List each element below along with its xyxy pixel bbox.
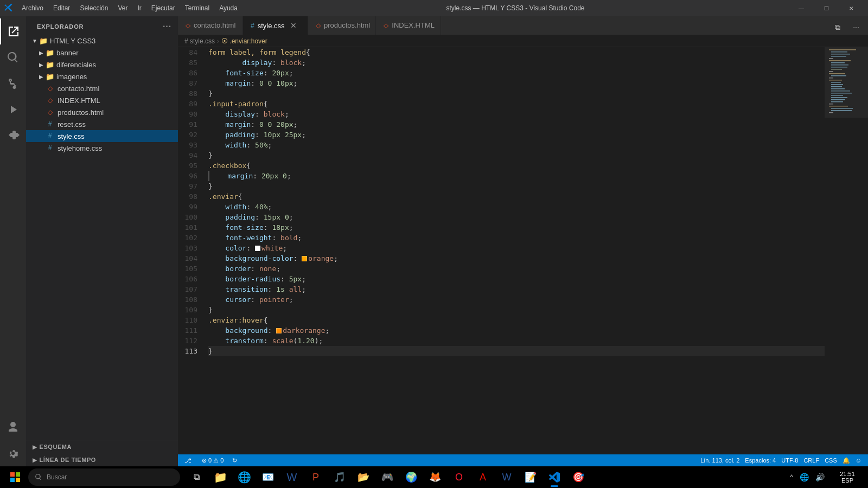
status-errors[interactable]: ⊗ 0 ⚠ 0 — [200, 454, 226, 466]
tab-label: contacto.html — [194, 21, 235, 29]
tab-html-icon: ◇ — [316, 22, 321, 29]
tabs-bar: ◇ contacto.html # style.css ✕ ◇ producto… — [178, 16, 868, 35]
code-editor: 84 85 86 87 88 89 90 91 92 93 94 95 96 9… — [178, 47, 868, 454]
taskbar-app-xbox[interactable]: 🎮 — [375, 466, 399, 488]
line-num: 85 — [178, 57, 206, 68]
code-content[interactable]: form label, form legend{ ···· display: b… — [206, 47, 825, 454]
file-name: INDEX.HTML — [58, 97, 100, 105]
status-language[interactable]: CSS — [822, 454, 839, 466]
line-num: 92 — [178, 130, 206, 140]
status-notifications[interactable]: 🔔 — [840, 454, 852, 466]
status-eol[interactable]: CRLF — [801, 454, 821, 466]
line-num: 93 — [178, 140, 206, 150]
activity-source-control[interactable] — [0, 70, 26, 97]
file-stylehome-css[interactable]: # stylehome.css — [26, 142, 178, 154]
section-linea-de-tiempo[interactable]: ▶ LÍNEA DE TIEMPO — [26, 453, 178, 466]
tab-close-button[interactable]: ✕ — [290, 21, 297, 30]
file-index-html[interactable]: ◇ INDEX.HTML — [26, 94, 178, 106]
menu-editar[interactable]: Editar — [49, 3, 74, 13]
css-file-icon: # — [46, 144, 54, 152]
taskbar-app-opera[interactable]: O — [447, 466, 471, 488]
menu-ir[interactable]: Ir — [133, 3, 145, 13]
split-editor-button[interactable]: ⧉ — [830, 20, 845, 35]
status-position[interactable]: Lín. 113, col. 2 — [698, 454, 742, 466]
file-reset-css[interactable]: # reset.css — [26, 118, 178, 130]
activity-account[interactable] — [0, 414, 26, 440]
tab-contacto-html[interactable]: ◇ contacto.html — [178, 16, 243, 35]
folder-project-root[interactable]: ▼ 📁 HTML Y CSS3 — [26, 35, 178, 47]
taskbar-app-explorer[interactable]: 📁 — [208, 466, 232, 488]
tab-index-html[interactable]: ◇ INDEX.HTML — [376, 16, 441, 35]
taskbar-app-vscode[interactable] — [542, 466, 566, 488]
breadcrumb-file[interactable]: # style.css — [184, 37, 215, 45]
maximize-button[interactable]: ☐ — [814, 0, 839, 16]
menu-ejecutar[interactable]: Ejecutar — [147, 3, 180, 13]
breadcrumb-selector[interactable]: ⦿ .enviar:hover — [221, 37, 267, 45]
status-branch[interactable]: ⎇ — [182, 454, 195, 466]
taskbar-app-word2[interactable]: W — [495, 466, 519, 488]
taskbar-app-notepad[interactable]: 📝 — [519, 466, 542, 488]
svg-rect-32 — [10, 472, 15, 477]
activity-explorer[interactable] — [0, 18, 26, 44]
sidebar-options[interactable]: ··· — [163, 22, 171, 31]
activity-search[interactable] — [0, 44, 26, 70]
tray-volume[interactable]: 🔊 — [813, 473, 827, 481]
file-contacto-html[interactable]: ◇ contacto.html — [26, 82, 178, 94]
folder-diferenciales[interactable]: ▶ 📁 diferenciales — [26, 59, 178, 70]
status-spaces[interactable]: Espacios: 4 — [743, 454, 778, 466]
status-encoding[interactable]: UTF-8 — [779, 454, 800, 466]
line-num: 97 — [178, 181, 206, 191]
section-esquema[interactable]: ▶ ESQUEMA — [26, 440, 178, 453]
taskbar-app-mail[interactable]: 📧 — [256, 466, 280, 488]
more-actions-button[interactable]: ··· — [848, 20, 864, 35]
taskbar-tray: ^ 🌐 🔊 — [783, 473, 831, 481]
taskbar-app-edge[interactable]: 🌐 — [232, 466, 256, 488]
taskbar-app-acrobat[interactable]: A — [471, 466, 495, 488]
taskbar-app-game2[interactable]: 🎯 — [566, 466, 590, 488]
activity-run[interactable] — [0, 97, 26, 123]
tray-network[interactable]: 🌐 — [797, 473, 811, 481]
status-sync[interactable]: ↻ — [230, 454, 239, 466]
sidebar-bottom-sections: ▶ ESQUEMA ▶ LÍNEA DE TIEMPO — [26, 440, 178, 466]
code-line-92: padding: 10px 25px; — [208, 130, 825, 140]
folder-name: diferenciales — [56, 61, 96, 69]
line-num-active: 113 — [178, 346, 206, 356]
file-style-css[interactable]: # style.css — [26, 130, 178, 142]
code-line-99: width: 40%; — [208, 202, 825, 212]
tab-style-css[interactable]: # style.css ✕ — [243, 16, 308, 35]
menu-ayuda[interactable]: Ayuda — [215, 3, 242, 13]
taskbar-app-word[interactable]: W — [280, 466, 304, 488]
line-num: 88 — [178, 88, 206, 99]
taskbar-app-firefox[interactable]: 🦊 — [423, 466, 447, 488]
code-line-87: margin: 0 0 10px; — [208, 78, 825, 88]
language-text: CSS — [825, 457, 837, 464]
tray-chevron[interactable]: ^ — [788, 473, 795, 481]
sync-icon: ↻ — [232, 457, 237, 464]
folder-imagenes[interactable]: ▶ 📁 imagenes — [26, 70, 178, 82]
file-productos-html[interactable]: ◇ productos.html — [26, 106, 178, 118]
minimize-button[interactable]: ― — [789, 0, 814, 16]
status-feedback[interactable]: ☺ — [853, 454, 864, 466]
menu-seleccion[interactable]: Selección — [75, 3, 112, 13]
taskbar-apps: ⧉ 📁 🌐 📧 W P 🎵 📂 🎮 🌍 🦊 O A W 📝 🎯 — [184, 466, 590, 488]
activity-extensions[interactable] — [0, 123, 26, 149]
taskbar-search-box[interactable]: Buscar — [28, 468, 180, 486]
taskbar: Buscar ⧉ 📁 🌐 📧 W P 🎵 📂 🎮 🌍 🦊 O A W 📝 🎯 ^… — [0, 466, 868, 488]
activity-settings[interactable] — [0, 440, 26, 466]
tab-productos-html[interactable]: ◇ productos.html — [308, 16, 376, 35]
close-button[interactable]: ✕ — [839, 0, 864, 16]
taskbar-app-files2[interactable]: 📂 — [352, 466, 375, 488]
taskbar-app-spotify[interactable]: 🎵 — [328, 466, 352, 488]
code-line-98: .enviar{ — [208, 191, 825, 202]
project-name: HTML Y CSS3 — [50, 37, 95, 45]
menu-archivo[interactable]: Archivo — [17, 3, 48, 13]
taskbar-app-chrome[interactable]: 🌍 — [399, 466, 423, 488]
taskbar-clock[interactable]: 21:51 ESP — [831, 471, 864, 484]
menu-ver[interactable]: Ver — [113, 3, 132, 13]
taskbar-app-taskview[interactable]: ⧉ — [184, 466, 208, 488]
start-button[interactable] — [4, 466, 26, 488]
smiley-icon: ☺ — [856, 457, 861, 464]
menu-terminal[interactable]: Terminal — [181, 3, 214, 13]
folder-banner[interactable]: ▶ 📁 banner — [26, 47, 178, 59]
taskbar-app-powerpoint[interactable]: P — [304, 466, 328, 488]
